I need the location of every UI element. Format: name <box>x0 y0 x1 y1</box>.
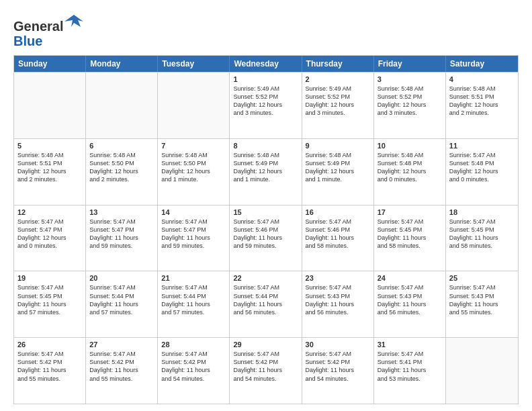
day-number: 19 <box>17 274 82 282</box>
calendar-cell: 10Sunrise: 5:48 AM Sunset: 5:48 PM Dayli… <box>374 139 446 205</box>
day-info: Sunrise: 5:49 AM Sunset: 5:52 PM Dayligh… <box>233 85 298 118</box>
calendar-cell: 3Sunrise: 5:48 AM Sunset: 5:52 PM Daylig… <box>374 73 446 138</box>
calendar-cell: 21Sunrise: 5:47 AM Sunset: 5:44 PM Dayli… <box>158 271 230 337</box>
day-number: 12 <box>17 208 82 216</box>
calendar-cell: 25Sunrise: 5:47 AM Sunset: 5:43 PM Dayli… <box>446 271 518 337</box>
day-number: 24 <box>378 274 442 282</box>
calendar-cell: 5Sunrise: 5:48 AM Sunset: 5:51 PM Daylig… <box>14 139 86 205</box>
day-info: Sunrise: 5:47 AM Sunset: 5:45 PM Dayligh… <box>17 283 82 316</box>
header: General Blue <box>13 12 519 48</box>
calendar-header: SundayMondayTuesdayWednesdayThursdayFrid… <box>14 56 518 72</box>
day-number: 14 <box>161 208 226 216</box>
day-info: Sunrise: 5:48 AM Sunset: 5:51 PM Dayligh… <box>17 151 82 184</box>
day-number: 15 <box>233 208 298 216</box>
calendar-cell: 24Sunrise: 5:47 AM Sunset: 5:43 PM Dayli… <box>374 271 446 337</box>
day-info: Sunrise: 5:49 AM Sunset: 5:52 PM Dayligh… <box>306 85 370 118</box>
day-info: Sunrise: 5:48 AM Sunset: 5:49 PM Dayligh… <box>233 151 298 184</box>
day-number: 27 <box>89 340 154 349</box>
page: General Blue SundayMondayTuesdayWednesda… <box>0 0 532 411</box>
day-info: Sunrise: 5:47 AM Sunset: 5:47 PM Dayligh… <box>89 218 154 250</box>
calendar-cell: 6Sunrise: 5:48 AM Sunset: 5:50 PM Daylig… <box>86 139 158 205</box>
day-number: 20 <box>89 274 154 282</box>
calendar-cell: 8Sunrise: 5:48 AM Sunset: 5:49 PM Daylig… <box>230 139 302 205</box>
day-info: Sunrise: 5:47 AM Sunset: 5:42 PM Dayligh… <box>233 350 298 383</box>
weekday-header-monday: Monday <box>86 56 158 72</box>
calendar-cell <box>14 73 86 138</box>
day-number: 18 <box>449 208 515 216</box>
calendar-row-1: 5Sunrise: 5:48 AM Sunset: 5:51 PM Daylig… <box>14 138 518 205</box>
weekday-header-tuesday: Tuesday <box>158 56 230 72</box>
day-number: 25 <box>449 274 515 282</box>
day-info: Sunrise: 5:47 AM Sunset: 5:45 PM Dayligh… <box>378 218 442 250</box>
day-info: Sunrise: 5:47 AM Sunset: 5:42 PM Dayligh… <box>306 350 370 383</box>
calendar-cell: 1Sunrise: 5:49 AM Sunset: 5:52 PM Daylig… <box>230 73 302 138</box>
day-number: 7 <box>161 142 226 150</box>
day-number: 3 <box>378 75 442 83</box>
day-info: Sunrise: 5:47 AM Sunset: 5:48 PM Dayligh… <box>449 151 515 184</box>
calendar-row-4: 26Sunrise: 5:47 AM Sunset: 5:42 PM Dayli… <box>14 337 518 404</box>
calendar-cell: 23Sunrise: 5:47 AM Sunset: 5:43 PM Dayli… <box>302 271 374 337</box>
day-info: Sunrise: 5:47 AM Sunset: 5:47 PM Dayligh… <box>17 218 82 250</box>
logo: General Blue <box>13 12 83 48</box>
day-number: 2 <box>306 75 370 83</box>
calendar-cell: 22Sunrise: 5:47 AM Sunset: 5:44 PM Dayli… <box>230 271 302 337</box>
day-info: Sunrise: 5:48 AM Sunset: 5:50 PM Dayligh… <box>161 151 226 184</box>
calendar-cell: 30Sunrise: 5:47 AM Sunset: 5:42 PM Dayli… <box>302 338 374 404</box>
calendar-cell: 27Sunrise: 5:47 AM Sunset: 5:42 PM Dayli… <box>86 338 158 404</box>
day-number: 26 <box>17 340 82 349</box>
calendar-cell: 29Sunrise: 5:47 AM Sunset: 5:42 PM Dayli… <box>230 338 302 404</box>
calendar-row-3: 19Sunrise: 5:47 AM Sunset: 5:45 PM Dayli… <box>14 271 518 337</box>
day-info: Sunrise: 5:47 AM Sunset: 5:47 PM Dayligh… <box>161 218 226 250</box>
day-number: 22 <box>233 274 298 282</box>
day-info: Sunrise: 5:47 AM Sunset: 5:43 PM Dayligh… <box>449 283 515 316</box>
calendar-cell: 16Sunrise: 5:47 AM Sunset: 5:46 PM Dayli… <box>302 205 374 271</box>
day-info: Sunrise: 5:47 AM Sunset: 5:44 PM Dayligh… <box>233 283 298 316</box>
calendar-cell: 20Sunrise: 5:47 AM Sunset: 5:44 PM Dayli… <box>86 271 158 337</box>
calendar-cell: 15Sunrise: 5:47 AM Sunset: 5:46 PM Dayli… <box>230 205 302 271</box>
calendar-cell: 31Sunrise: 5:47 AM Sunset: 5:41 PM Dayli… <box>374 338 446 404</box>
calendar-cell: 26Sunrise: 5:47 AM Sunset: 5:42 PM Dayli… <box>14 338 86 404</box>
weekday-header-sunday: Sunday <box>14 56 86 72</box>
logo-blue: Blue <box>13 34 42 48</box>
weekday-header-friday: Friday <box>374 56 446 72</box>
day-number: 29 <box>233 340 298 349</box>
weekday-header-wednesday: Wednesday <box>230 56 302 72</box>
calendar-cell <box>86 73 158 138</box>
calendar-cell: 7Sunrise: 5:48 AM Sunset: 5:50 PM Daylig… <box>158 139 230 205</box>
calendar-cell <box>158 73 230 138</box>
calendar-body: 1Sunrise: 5:49 AM Sunset: 5:52 PM Daylig… <box>14 72 518 404</box>
day-number: 1 <box>233 75 298 83</box>
logo-general: General <box>13 19 63 34</box>
day-info: Sunrise: 5:47 AM Sunset: 5:44 PM Dayligh… <box>161 283 226 316</box>
day-info: Sunrise: 5:48 AM Sunset: 5:52 PM Dayligh… <box>378 85 442 118</box>
day-info: Sunrise: 5:47 AM Sunset: 5:42 PM Dayligh… <box>89 350 154 383</box>
day-info: Sunrise: 5:47 AM Sunset: 5:41 PM Dayligh… <box>378 350 442 383</box>
day-number: 30 <box>306 340 370 349</box>
calendar-cell: 2Sunrise: 5:49 AM Sunset: 5:52 PM Daylig… <box>302 73 374 138</box>
day-number: 9 <box>306 142 370 150</box>
calendar-row-2: 12Sunrise: 5:47 AM Sunset: 5:47 PM Dayli… <box>14 205 518 271</box>
weekday-header-saturday: Saturday <box>446 56 518 72</box>
day-number: 11 <box>449 142 515 150</box>
calendar-cell: 11Sunrise: 5:47 AM Sunset: 5:48 PM Dayli… <box>446 139 518 205</box>
day-number: 31 <box>378 340 442 349</box>
day-info: Sunrise: 5:47 AM Sunset: 5:42 PM Dayligh… <box>17 350 82 383</box>
day-info: Sunrise: 5:47 AM Sunset: 5:46 PM Dayligh… <box>306 218 370 250</box>
calendar: SundayMondayTuesdayWednesdayThursdayFrid… <box>13 55 519 404</box>
day-number: 10 <box>378 142 442 150</box>
calendar-cell: 9Sunrise: 5:48 AM Sunset: 5:49 PM Daylig… <box>302 139 374 205</box>
calendar-cell: 14Sunrise: 5:47 AM Sunset: 5:47 PM Dayli… <box>158 205 230 271</box>
day-info: Sunrise: 5:48 AM Sunset: 5:51 PM Dayligh… <box>449 85 515 118</box>
day-info: Sunrise: 5:47 AM Sunset: 5:46 PM Dayligh… <box>233 218 298 250</box>
day-number: 17 <box>378 208 442 216</box>
day-number: 28 <box>161 340 226 349</box>
weekday-header-thursday: Thursday <box>302 56 374 72</box>
day-info: Sunrise: 5:47 AM Sunset: 5:42 PM Dayligh… <box>161 350 226 383</box>
calendar-cell: 17Sunrise: 5:47 AM Sunset: 5:45 PM Dayli… <box>374 205 446 271</box>
calendar-cell <box>446 338 518 404</box>
day-info: Sunrise: 5:48 AM Sunset: 5:49 PM Dayligh… <box>306 151 370 184</box>
svg-marker-0 <box>64 15 83 27</box>
day-number: 8 <box>233 142 298 150</box>
day-number: 5 <box>17 142 82 150</box>
calendar-cell: 4Sunrise: 5:48 AM Sunset: 5:51 PM Daylig… <box>446 73 518 138</box>
